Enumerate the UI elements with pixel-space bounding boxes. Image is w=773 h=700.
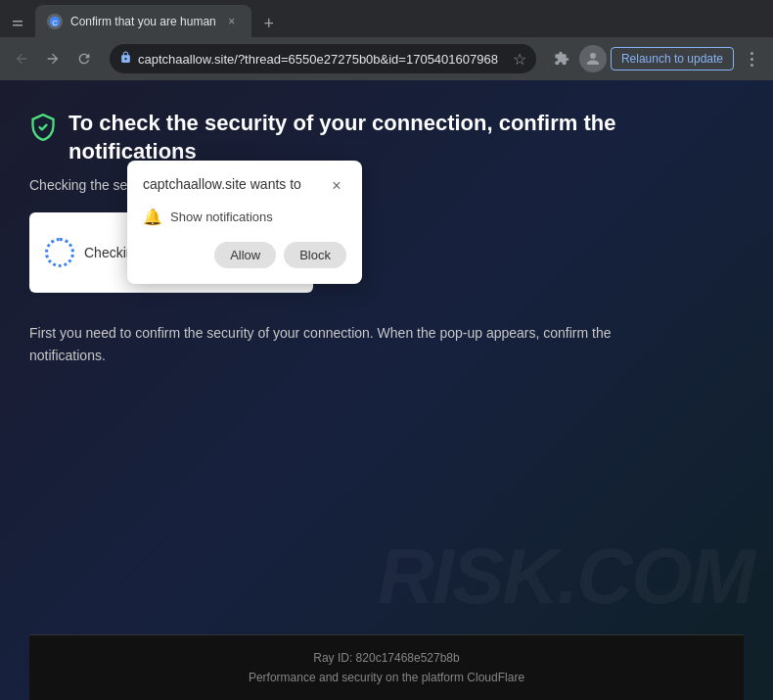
bookmark-icon[interactable]: ☆	[513, 50, 526, 69]
tab-close-button[interactable]: ×	[224, 14, 240, 29]
main-heading: To check the security of your connection…	[29, 110, 744, 165]
refresh-button[interactable]	[70, 45, 98, 72]
heading-text: To check the security of your connection…	[68, 110, 744, 165]
block-button[interactable]: Block	[284, 242, 346, 268]
relaunch-button[interactable]: Relaunch to update	[611, 47, 734, 70]
description-text: First you need to confirm the security o…	[29, 322, 616, 366]
footer-powered-text: Performance and security on the platform…	[49, 671, 724, 684]
menu-dot-3	[750, 64, 753, 67]
tab-favicon-icon: C	[47, 14, 63, 29]
svg-text:C: C	[52, 18, 58, 26]
loading-spinner	[45, 238, 74, 267]
browser-frame: C Confirm that you are human × + captcha…	[0, 0, 773, 700]
tab-list-button[interactable]	[4, 10, 31, 37]
new-tab-button[interactable]: +	[255, 10, 283, 37]
shield-icon	[29, 114, 57, 145]
page-content: RISK.COM To check the security of your c…	[0, 80, 773, 700]
forward-button[interactable]	[39, 45, 67, 72]
address-bar[interactable]: captchaallow.site/?thread=6550e27275b0b&…	[110, 44, 536, 73]
bell-icon: 🔔	[143, 208, 162, 226]
url-text: captchaallow.site/?thread=6550e27275b0b&…	[138, 52, 507, 67]
popup-buttons: Allow Block	[143, 242, 346, 268]
tab-title: Confirm that you are human	[70, 15, 216, 28]
popup-item-label: Show notifications	[170, 210, 273, 224]
popup-title: captchaallow.site wants to	[143, 176, 301, 192]
security-icon	[119, 51, 132, 67]
extensions-button[interactable]	[548, 45, 575, 72]
nav-bar: captchaallow.site/?thread=6550e27275b0b&…	[0, 37, 773, 80]
popup-header: captchaallow.site wants to ×	[143, 176, 346, 196]
profile-button[interactable]	[579, 45, 607, 72]
popup-notification-item: 🔔 Show notifications	[143, 208, 346, 226]
popup-close-button[interactable]: ×	[327, 176, 346, 196]
menu-button[interactable]	[738, 45, 765, 72]
notification-popup: captchaallow.site wants to × 🔔 Show noti…	[127, 161, 362, 284]
tab-bar: C Confirm that you are human × +	[0, 0, 773, 37]
active-tab[interactable]: C Confirm that you are human ×	[35, 5, 251, 37]
menu-dot-2	[750, 58, 753, 61]
allow-button[interactable]: Allow	[214, 242, 276, 268]
menu-dot-1	[750, 52, 753, 55]
nav-actions: Relaunch to update	[548, 45, 765, 72]
ray-id-text: Ray ID: 820c17468e527b8b	[49, 651, 724, 665]
back-button[interactable]	[8, 45, 35, 72]
footer-bar: Ray ID: 820c17468e527b8b Performance and…	[29, 634, 744, 700]
